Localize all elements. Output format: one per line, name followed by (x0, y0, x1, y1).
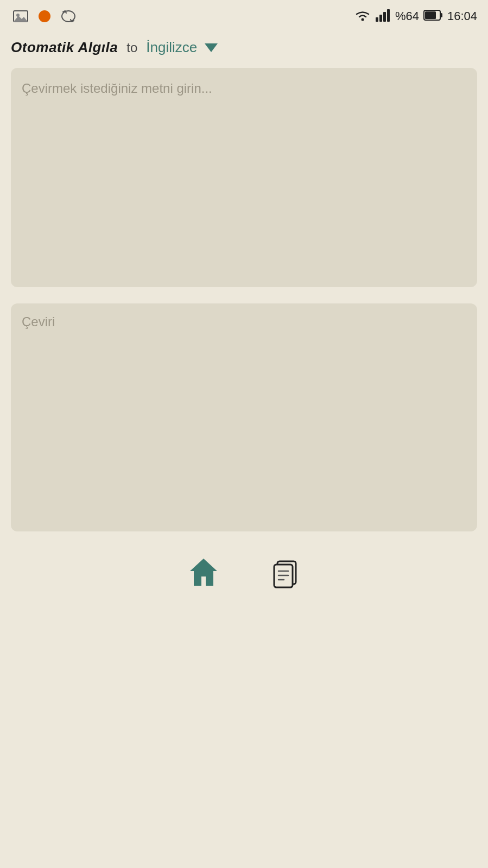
target-language-selector[interactable]: İngilizce (146, 39, 218, 56)
svg-rect-5 (376, 17, 378, 22)
status-right: %64 16:04 (354, 9, 477, 24)
documents-icon (269, 556, 301, 588)
svg-rect-11 (441, 13, 442, 17)
to-label: to (126, 40, 137, 55)
language-bar: Otomatik Algıla to İngilizce (0, 33, 488, 62)
status-bar-left (11, 7, 78, 26)
bottom-nav (0, 542, 488, 602)
notification-icon-2 (35, 7, 54, 26)
source-text-input[interactable] (22, 79, 466, 274)
svg-marker-2 (14, 16, 28, 22)
svg-rect-8 (387, 9, 390, 22)
svg-rect-10 (425, 11, 436, 19)
output-container: Çeviri (11, 303, 477, 531)
battery-icon (423, 10, 443, 23)
target-language-label: İngilizce (146, 39, 197, 56)
svg-rect-7 (383, 12, 386, 22)
source-language-label: Otomatik Algıla (11, 39, 118, 56)
svg-point-3 (39, 10, 50, 22)
battery-percent: %64 (395, 9, 419, 23)
signal-icon (376, 9, 391, 24)
svg-marker-12 (190, 559, 217, 586)
wifi-icon (354, 9, 371, 24)
documents-nav-button[interactable] (266, 553, 304, 591)
svg-rect-6 (379, 15, 382, 22)
svg-point-4 (361, 18, 364, 21)
chevron-down-icon (205, 43, 218, 52)
input-container (11, 68, 477, 287)
home-nav-button[interactable] (185, 553, 223, 591)
notification-icon-3 (59, 7, 78, 26)
home-icon (187, 556, 220, 588)
time-display: 16:04 (447, 9, 477, 23)
status-bar: %64 16:04 (0, 0, 488, 33)
output-placeholder: Çeviri (22, 314, 55, 329)
notification-icon-1 (11, 7, 30, 26)
